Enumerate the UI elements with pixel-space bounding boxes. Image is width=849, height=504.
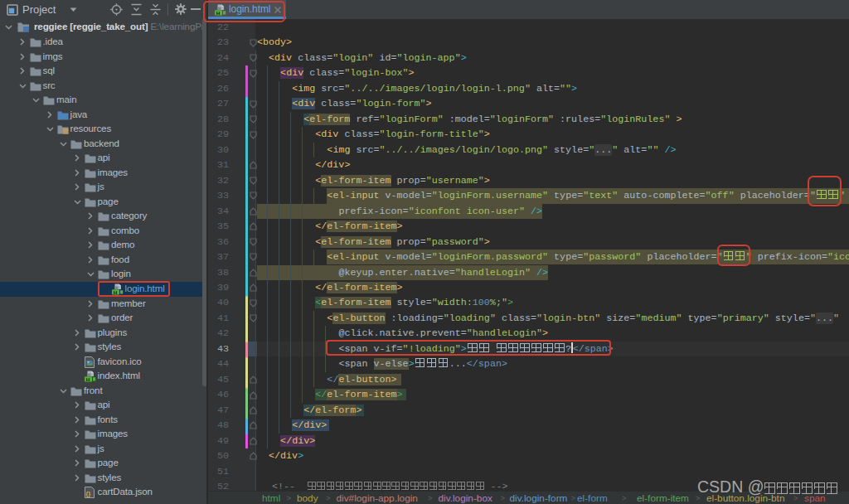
svg-text:H: H [85, 376, 90, 382]
svg-text:{}: {} [85, 490, 90, 497]
